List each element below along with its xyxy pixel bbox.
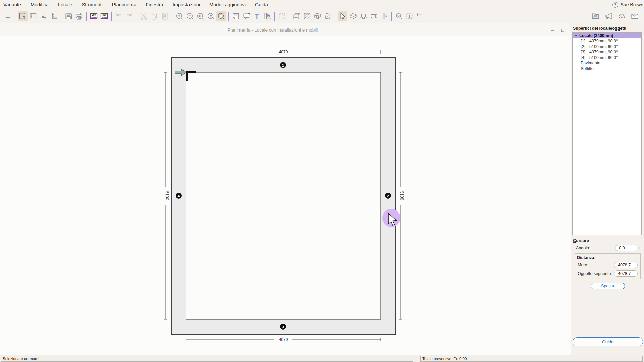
mirror-button[interactable] [323, 11, 333, 21]
cloud-sync-button[interactable] [617, 11, 627, 21]
menu-impostazioni[interactable]: Impostazioni [168, 2, 205, 7]
angle-label: Angolo: [576, 246, 590, 250]
tree-item-pavimento[interactable]: Pavimento [573, 60, 641, 66]
zoom-fit-icon [217, 12, 225, 20]
wall-view-button[interactable] [369, 11, 379, 21]
tree-item-prefix: Soffitto [581, 66, 594, 71]
comment-icon [242, 12, 251, 20]
cut-button[interactable] [139, 11, 149, 21]
toolbar-separator [111, 12, 112, 21]
refresh-button[interactable] [277, 11, 287, 21]
copy-button[interactable] [150, 11, 159, 21]
announcement-icon [604, 12, 613, 20]
print-button[interactable] [74, 11, 84, 21]
tape-measure-button[interactable] [394, 11, 404, 21]
properties-panel: Superfici del locale/oggetti ▾ Locale (2… [571, 23, 644, 355]
tree-item-wall-1[interactable]: [1] 4079mm, 90.0° [573, 38, 641, 44]
zoom-in-button[interactable] [175, 11, 184, 21]
user-name[interactable]: Sue Brown [621, 2, 643, 7]
note-button[interactable] [231, 11, 241, 21]
corner-section-alt-tool-button[interactable] [49, 11, 59, 21]
pointer-tool-button[interactable] [338, 11, 347, 21]
text-tool-button[interactable]: T [252, 11, 262, 21]
next-object-input[interactable]: 4078.7 [614, 270, 638, 277]
tree-root-locale[interactable]: ▾ Locale (2400mm) [573, 33, 641, 38]
menu-locale[interactable]: Locale [53, 2, 77, 7]
image-360-button[interactable]: 360 [89, 11, 99, 21]
tree-item-wall-2[interactable]: [2] 5100mm, 90.0° [573, 44, 641, 50]
copy-icon [150, 12, 159, 20]
dimension-left-label: 5100 [165, 191, 169, 200]
save-button[interactable] [64, 11, 73, 21]
wall-marker-2[interactable]: 2 [385, 193, 391, 199]
menu-planimetria[interactable]: Planimetria [107, 2, 141, 7]
floor-plan-tool-button[interactable] [18, 11, 28, 21]
menu-moduli-aggiuntivi[interactable]: Moduli aggiuntivi [205, 2, 250, 7]
chevron-down-icon[interactable]: ▾ [573, 34, 579, 37]
guida-button-label: Guida [602, 339, 614, 344]
menu-guida[interactable]: Guida [250, 2, 273, 7]
wall-elevation-icon [29, 12, 37, 20]
tree-root-label: Locale (2400mm) [579, 33, 613, 38]
help-icon[interactable]: ? [612, 2, 618, 8]
image-pnv-button[interactable]: PNV [99, 11, 109, 21]
tree-item-wall-3[interactable]: [3] 4079mm, 90.0° [573, 49, 641, 55]
back-button[interactable]: ← [3, 11, 13, 21]
announcement-button[interactable] [604, 11, 613, 21]
furniture-3d-button[interactable] [292, 11, 302, 21]
room-3d-button[interactable] [348, 11, 358, 21]
comment-button[interactable] [241, 11, 251, 21]
menu-strumenti[interactable]: Strumenti [77, 2, 107, 7]
tiles-3d-button[interactable] [313, 11, 322, 21]
menu-variante[interactable]: Variante [3, 2, 26, 7]
align-measure-button[interactable] [379, 11, 389, 21]
mail-icon [631, 12, 639, 20]
menu-modifica[interactable]: Modifica [26, 2, 53, 7]
svg-text:3: 3 [282, 325, 284, 329]
back-arrow-icon: ← [4, 13, 12, 20]
tree-item-value: 5100mm, 90.0° [589, 44, 618, 49]
sposta-button[interactable]: Sposta [591, 283, 625, 289]
wall-marker-4[interactable]: 4 [176, 193, 182, 199]
outlet-button[interactable] [302, 11, 312, 21]
materials-button[interactable] [262, 11, 272, 21]
wall-marker-1[interactable]: 1 [280, 62, 286, 68]
tree-item-soffitto[interactable]: Soffitto [573, 66, 641, 72]
zoom-out-icon [186, 12, 194, 20]
wall-elevation-tool-button[interactable] [28, 11, 38, 21]
wall-distance-input[interactable]: 4078.7 [614, 262, 638, 268]
cloud-folder-button[interactable] [591, 11, 600, 21]
menu-finestra[interactable]: Finestra [141, 2, 168, 7]
tree-item-prefix: [3] [581, 50, 589, 54]
zoom-selection-icon [207, 12, 215, 20]
paste-button[interactable] [160, 11, 170, 21]
image-360-icon: 360 [90, 12, 98, 20]
tree-item-wall-4[interactable]: [4] 5100mm, 90.0° [573, 55, 641, 61]
svg-text:4: 4 [178, 194, 180, 198]
minimize-icon[interactable] [550, 27, 555, 32]
restore-window-icon[interactable] [561, 27, 566, 32]
zoom-fit-button[interactable] [216, 11, 226, 21]
dimension-lines-button[interactable] [415, 11, 425, 21]
dimension-area-button[interactable] [405, 11, 414, 21]
zoom-original-button[interactable] [196, 11, 205, 21]
mail-button[interactable] [630, 11, 640, 21]
corner-section-tool-button[interactable] [39, 11, 48, 21]
tiles-3d-icon [313, 12, 322, 20]
walls-3d-button[interactable] [359, 11, 368, 21]
zoom-selection-button[interactable] [206, 11, 216, 21]
wall-view-icon [370, 12, 378, 20]
wall-marker-3[interactable]: 3 [280, 324, 286, 330]
guida-button[interactable]: Guida [573, 337, 643, 346]
surfaces-tree[interactable]: ▾ Locale (2400mm) [1] 4079mm, 90.0° [2] … [572, 32, 642, 235]
undo-button[interactable] [114, 11, 124, 21]
angle-input[interactable]: 0.0 [615, 245, 639, 251]
redo-button[interactable] [124, 11, 134, 21]
floor-plan-drawing[interactable]: 4079 4079 5100 5100 [0, 36, 571, 355]
zoom-out-button[interactable] [185, 11, 195, 21]
wall-outline-inner[interactable] [186, 72, 381, 319]
undo-icon [115, 12, 123, 20]
cloud-folder-icon [591, 12, 600, 20]
save-icon [64, 12, 73, 20]
toolbar-separator [335, 12, 335, 21]
